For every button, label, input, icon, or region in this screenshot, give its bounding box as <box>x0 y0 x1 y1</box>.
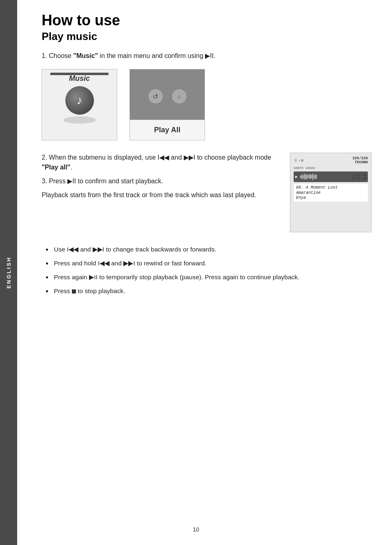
bullet1-text: Use I◀◀ and ▶▶I to change track backward… <box>54 246 216 253</box>
step1-text: Choose "Music" in the main menu and conf… <box>49 52 216 59</box>
waveform <box>300 173 350 180</box>
page-number: 10 <box>0 526 392 533</box>
step-1: 1. Choose "Music" in the main menu and c… <box>42 51 372 61</box>
step3-text: Press ▶II to confirm and start playback. <box>49 178 163 185</box>
rotate-icon-btn: ↺ <box>148 89 163 104</box>
stop-icon <box>72 289 76 294</box>
down-icon-btn: ↓ <box>172 89 187 104</box>
music-icon <box>65 86 94 115</box>
music-menu-device: Music <box>42 69 117 140</box>
player-time-block: 1:22:15 6:72:30 <box>352 173 366 180</box>
step3-extra-text: Playback starts from the first track or … <box>42 191 256 198</box>
play-icon: ▶ <box>295 174 298 179</box>
player-screenshot: 🔋 ♪ ▤ 226/226 TECHNO 96KPS 40KHZ ▶ <box>290 153 372 232</box>
step2-text: When the submenu is displayed, use I◀◀ a… <box>42 154 271 171</box>
bullet3-text: Press again ▶II to temporarily stop play… <box>54 274 299 280</box>
steps-with-img: 2. When the submenu is displayed, use I◀… <box>42 153 372 232</box>
player-track: 09. A Moment Lost <box>296 185 365 190</box>
images-row: Music ↺ ↓ Play All <box>42 69 372 140</box>
step-3-extra: Playback starts from the first track or … <box>42 190 278 200</box>
battery-icon: 🔋 <box>294 158 298 162</box>
sidebar: ENGLISH <box>0 0 17 545</box>
device-top-area: ↺ ↓ <box>130 69 205 120</box>
step-3: 3. Press ▶II to confirm and start playba… <box>42 176 278 186</box>
section-title: Play music <box>42 30 372 43</box>
player-album: Enya <box>296 196 365 200</box>
bullet2-text: Press and hold I◀◀ and ▶▶I to rewind or … <box>54 260 207 267</box>
music-menu-label: Music <box>69 74 90 83</box>
bullet-item-2: Press and hold I◀◀ and ▶▶I to rewind or … <box>46 258 372 268</box>
bullet4-text: Press to stop playback. <box>54 287 125 294</box>
player-genre: TECHNO <box>352 160 368 165</box>
player-counter: 226/226 <box>352 156 368 160</box>
step3-number: 3. <box>42 178 49 185</box>
step-2: 2. When the submenu is displayed, use I◀… <box>42 153 278 172</box>
shadow-oval <box>63 116 96 124</box>
player-artist: Amarantine <box>296 191 365 195</box>
music-note-icon: ♪ <box>298 158 301 162</box>
player-counter-genre: 226/226 TECHNO <box>352 156 368 165</box>
player-time2: 6:72:30 <box>352 177 366 180</box>
player-info-box: 09. A Moment Lost Amarantine Enya <box>294 184 368 202</box>
step2-number: 2. <box>42 154 49 161</box>
bullet-item-1: Use I◀◀ and ▶▶I to change track backward… <box>46 245 372 254</box>
step1-number: 1. <box>42 52 49 59</box>
player-status-icons: 🔋 ♪ ▤ <box>294 158 303 162</box>
steps-text: 2. When the submenu is displayed, use I◀… <box>42 153 278 204</box>
player-bitrate: 96KPS 40KHZ <box>294 166 368 170</box>
main-content: How to use Play music 1. Choose "Music" … <box>17 0 392 329</box>
bullet-item-3: Press again ▶II to temporarily stop play… <box>46 272 372 282</box>
bullet-list: Use I◀◀ and ▶▶I to change track backward… <box>46 245 372 296</box>
play-all-button: Play All <box>130 120 205 140</box>
page-title: How to use <box>42 12 372 29</box>
player-waveform-row: ▶ 1:22:15 <box>294 171 368 182</box>
playall-device: ↺ ↓ Play All <box>129 69 205 140</box>
bullet-item-4: Press to stop playback. <box>46 286 372 296</box>
signal-icon: ▤ <box>301 158 303 162</box>
player-time: 1:22:15 <box>352 173 366 177</box>
device-top-bar <box>50 73 109 75</box>
sidebar-label: ENGLISH <box>6 256 12 289</box>
player-top-row: 🔋 ♪ ▤ 226/226 TECHNO <box>294 156 368 165</box>
